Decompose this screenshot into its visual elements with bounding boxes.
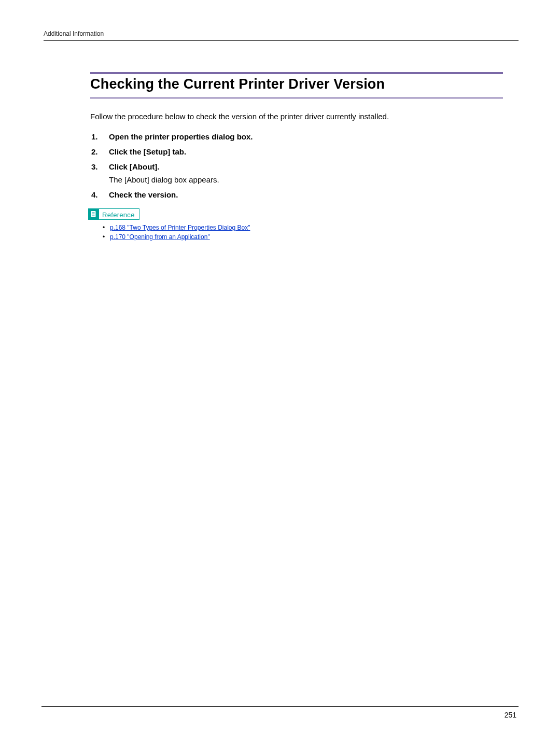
step-text: Click [About]. bbox=[109, 162, 160, 171]
page-number: 251 bbox=[505, 711, 516, 719]
title-wrap: Checking the Current Printer Driver Vers… bbox=[90, 72, 503, 99]
reference-link[interactable]: p.170 "Opening from an Application" bbox=[110, 233, 210, 241]
page: Additional Information Checking the Curr… bbox=[0, 0, 560, 745]
document-icon bbox=[88, 208, 99, 220]
step-item: Check the version. bbox=[90, 190, 503, 199]
reference-link-item: p.170 "Opening from an Application" bbox=[103, 233, 503, 241]
page-title: Checking the Current Printer Driver Vers… bbox=[90, 76, 503, 92]
step-item: Click the [Setup] tab. bbox=[90, 147, 503, 156]
step-text: Open the printer properties dialog box. bbox=[109, 132, 253, 141]
step-item: Open the printer properties dialog box. bbox=[90, 132, 503, 141]
section: Checking the Current Printer Driver Vers… bbox=[90, 72, 503, 241]
reference-label: Reference bbox=[99, 208, 139, 220]
reference-link-item: p.168 "Two Types of Printer Properties D… bbox=[103, 224, 503, 231]
header-rule bbox=[44, 40, 519, 41]
reference-badge: Reference bbox=[88, 208, 139, 220]
reference-link[interactable]: p.168 "Two Types of Printer Properties D… bbox=[110, 224, 250, 231]
step-subtext: The [About] dialog box appears. bbox=[109, 175, 503, 184]
header-chapter: Additional Information bbox=[44, 30, 519, 37]
footer-rule bbox=[41, 706, 519, 707]
steps-list: Open the printer properties dialog box. … bbox=[90, 132, 503, 199]
reference-links: p.168 "Two Types of Printer Properties D… bbox=[103, 224, 503, 241]
step-text: Check the version. bbox=[109, 190, 178, 199]
step-text: Click the [Setup] tab. bbox=[109, 147, 186, 156]
step-item: Click [About]. The [About] dialog box ap… bbox=[90, 162, 503, 184]
intro-text: Follow the procedure below to check the … bbox=[90, 112, 503, 121]
